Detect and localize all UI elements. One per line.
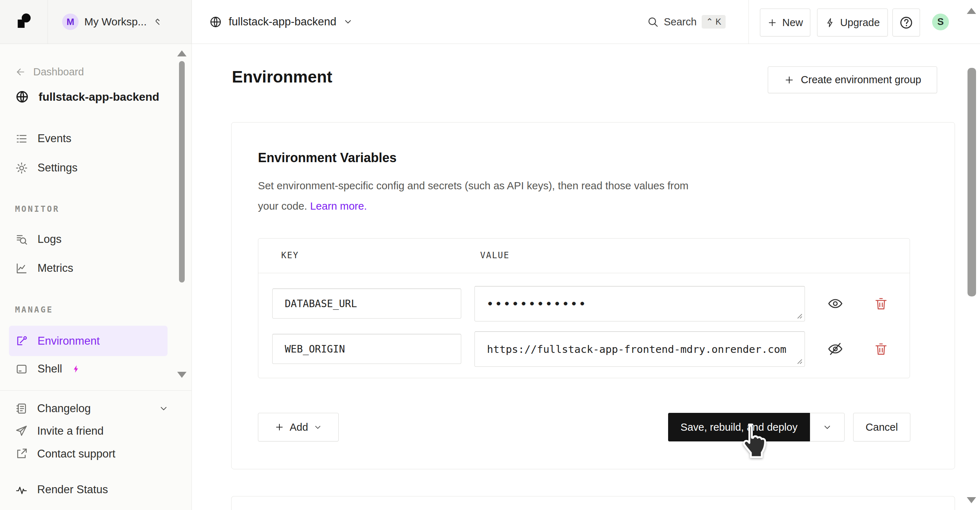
plus-icon xyxy=(784,75,795,85)
next-section-card xyxy=(231,496,955,510)
environment-label: Environment xyxy=(38,335,100,348)
page-scrollbar-thumb[interactable] xyxy=(967,68,976,296)
sidebar-divider xyxy=(0,390,192,391)
eye-icon xyxy=(827,296,843,312)
globe-icon xyxy=(15,90,29,104)
masked-value-text: •••••••••••• xyxy=(487,298,588,310)
changelog-label: Changelog xyxy=(37,402,91,415)
service-name: fullstack-app-backend xyxy=(229,15,337,28)
env-key-input[interactable]: WEB_ORIGIN xyxy=(272,334,461,364)
value-column-header: VALUE xyxy=(480,250,509,261)
save-rebuild-deploy-button[interactable]: Save, rebuild, and deploy xyxy=(668,413,810,442)
events-label: Events xyxy=(38,132,72,145)
table-header: KEY VALUE xyxy=(258,238,910,273)
arrow-left-icon xyxy=(15,67,26,78)
save-options-dropdown[interactable] xyxy=(810,413,845,442)
list-icon xyxy=(15,132,28,145)
metrics-label: Metrics xyxy=(38,262,73,275)
delete-row-button[interactable] xyxy=(872,294,890,313)
workspace-switcher[interactable]: M My Worksp... xyxy=(48,0,192,44)
page-scroll-up-arrow[interactable] xyxy=(967,8,976,14)
logs-label: Logs xyxy=(38,233,62,246)
chevron-down-icon xyxy=(159,404,169,413)
resize-grip-icon[interactable] xyxy=(797,314,802,319)
render-logo-icon xyxy=(14,11,33,32)
gear-icon xyxy=(15,161,28,175)
sidebar-item-logs[interactable]: Logs xyxy=(15,231,62,248)
workspace-name: My Worksp... xyxy=(84,16,146,28)
value-text: https://fullstack-app-frontend-mdry.onre… xyxy=(487,343,786,355)
contact-support-label: Contact support xyxy=(37,448,115,460)
render-status-label: Render Status xyxy=(37,483,108,496)
sidebar-service-name: fullstack-app-backend xyxy=(38,91,159,103)
sidebar-item-environment[interactable]: Environment xyxy=(9,326,167,356)
search-button[interactable]: Search ⌃ K xyxy=(647,0,725,44)
sidebar-item-invite[interactable]: Invite a friend xyxy=(15,423,103,440)
shell-label: Shell xyxy=(38,362,62,375)
env-value-input[interactable]: https://fullstack-app-frontend-mdry.onre… xyxy=(474,331,805,367)
cancel-button[interactable]: Cancel xyxy=(853,413,910,442)
hide-value-button[interactable] xyxy=(826,340,845,358)
section-monitor: MONITOR xyxy=(15,204,60,214)
chart-icon xyxy=(15,262,28,275)
sidebar-service[interactable]: fullstack-app-backend xyxy=(15,88,159,105)
new-button[interactable]: New xyxy=(760,9,810,37)
sidebar-item-contact-support[interactable]: Contact support xyxy=(15,445,115,462)
add-variable-button[interactable]: Add xyxy=(258,413,339,442)
delete-row-button[interactable] xyxy=(872,340,890,358)
shell-bolt-icon xyxy=(72,364,81,373)
user-avatar[interactable]: S xyxy=(932,14,949,30)
plus-icon xyxy=(274,422,285,432)
help-button[interactable] xyxy=(892,9,920,37)
top-bar: M My Worksp... fullstack-app-backend Sea… xyxy=(0,0,980,44)
resize-grip-icon[interactable] xyxy=(797,359,802,364)
settings-label: Settings xyxy=(38,161,78,174)
section-manage: MANAGE xyxy=(15,305,53,314)
environment-edit-icon xyxy=(15,334,28,348)
sidebar-item-metrics[interactable]: Metrics xyxy=(15,260,73,277)
new-button-label: New xyxy=(782,17,803,29)
env-vars-table: KEY VALUE DATABASE_URL •••••••••••• xyxy=(258,238,910,378)
eye-off-icon xyxy=(827,341,843,357)
activity-pulse-icon xyxy=(15,483,28,496)
chevron-up-down-icon xyxy=(152,16,163,28)
external-link-icon xyxy=(15,448,28,460)
question-circle-icon xyxy=(899,15,913,30)
card-heading: Environment Variables xyxy=(258,150,396,165)
service-selector[interactable]: fullstack-app-backend xyxy=(209,0,353,44)
learn-more-link[interactable]: Learn more. xyxy=(310,200,367,212)
sidebar-item-events[interactable]: Events xyxy=(15,130,72,147)
upgrade-button-label: Upgrade xyxy=(840,17,880,29)
search-icon xyxy=(647,16,659,28)
invite-label: Invite a friend xyxy=(37,425,103,437)
sidebar-item-settings[interactable]: Settings xyxy=(15,159,78,176)
render-logo[interactable] xyxy=(0,0,48,44)
chevron-down-icon xyxy=(822,423,832,432)
upgrade-button[interactable]: Upgrade xyxy=(817,9,888,37)
sidebar-scroll-up-arrow[interactable] xyxy=(177,50,186,56)
environment-variables-card: Environment Variables Set environment-sp… xyxy=(231,122,955,469)
sidebar-item-changelog[interactable]: Changelog xyxy=(15,400,169,417)
sidebar-item-render-status[interactable]: Render Status xyxy=(15,481,108,498)
terminal-icon xyxy=(15,362,28,376)
trash-icon xyxy=(873,342,889,356)
env-value-input-masked[interactable]: •••••••••••• xyxy=(474,286,805,321)
search-label: Search xyxy=(664,16,697,28)
topbar-divider xyxy=(748,0,749,44)
logs-icon xyxy=(15,233,28,246)
back-to-dashboard[interactable]: Dashboard xyxy=(15,63,84,80)
trash-icon xyxy=(873,296,889,311)
env-key-input[interactable]: DATABASE_URL xyxy=(272,289,461,319)
lightning-icon xyxy=(825,17,835,28)
sidebar-scrollbar-thumb[interactable] xyxy=(179,61,185,283)
create-environment-group-button[interactable]: Create environment group xyxy=(768,67,937,93)
save-button-label: Save, rebuild, and deploy xyxy=(681,421,797,433)
page-scroll-down-arrow[interactable] xyxy=(967,497,976,503)
reveal-value-button[interactable] xyxy=(826,294,845,313)
sidebar-item-shell[interactable]: Shell xyxy=(15,361,81,378)
workspace-avatar: M xyxy=(62,14,79,30)
sidebar-scroll-down-arrow[interactable] xyxy=(177,372,186,378)
chevron-down-icon xyxy=(313,423,322,432)
chevron-down-icon xyxy=(343,17,353,27)
cancel-button-label: Cancel xyxy=(865,421,898,433)
